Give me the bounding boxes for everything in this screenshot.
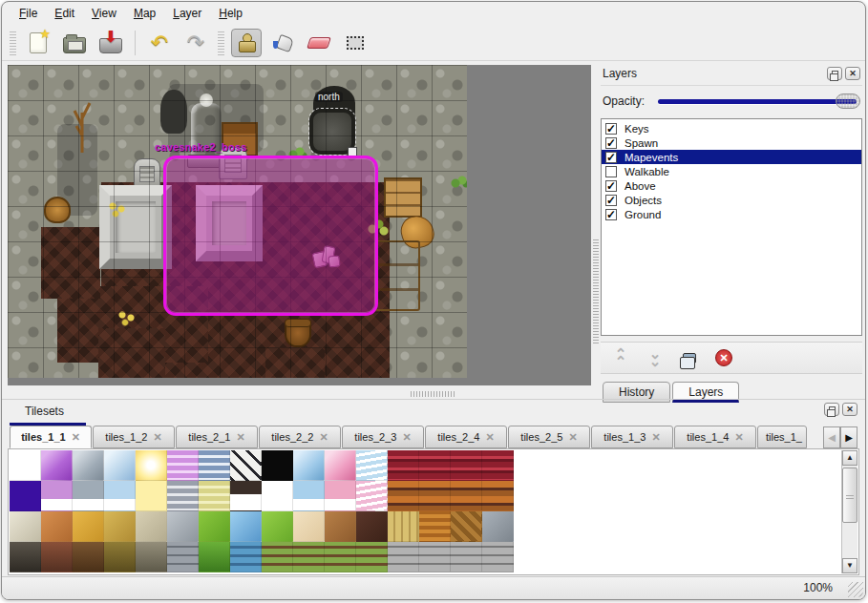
palette-tile[interactable] xyxy=(167,542,199,572)
palette-tile[interactable] xyxy=(451,450,482,481)
undo-button[interactable]: ↶ xyxy=(144,29,175,57)
panel-close-button[interactable]: ✕ xyxy=(842,403,857,416)
tab-close-icon[interactable]: ✕ xyxy=(734,431,743,444)
palette-tile[interactable] xyxy=(419,511,451,542)
tab-close-icon[interactable]: ✕ xyxy=(402,431,411,444)
menu-item[interactable]: Map xyxy=(126,4,163,23)
palette-scrollbar[interactable]: ▲ ▼ xyxy=(841,450,857,573)
palette-tile[interactable] xyxy=(104,450,136,481)
tileset-tab[interactable]: tiles_2_1 ✕ xyxy=(176,426,258,448)
palette-tile[interactable] xyxy=(388,481,419,511)
layer-row[interactable]: Keys xyxy=(602,121,861,135)
layer-visibility-checkbox[interactable] xyxy=(605,152,617,163)
palette-tile[interactable] xyxy=(10,542,41,572)
palette-tile[interactable] xyxy=(73,481,104,511)
tab-close-icon[interactable]: ✕ xyxy=(72,431,80,444)
cave-entrance-sprite[interactable] xyxy=(309,109,355,155)
palette-tile[interactable] xyxy=(104,511,136,542)
palette-tile[interactable] xyxy=(262,481,293,511)
open-file-button[interactable] xyxy=(59,29,90,57)
toolbar-grip[interactable] xyxy=(218,31,224,55)
palette-tile[interactable] xyxy=(104,481,136,511)
layer-row[interactable]: Mapevents xyxy=(602,150,861,164)
tileset-tab[interactable]: tiles_1_1 ✕ xyxy=(10,426,92,448)
map-viewport[interactable]: north cavesnake2_boss xyxy=(8,65,591,385)
tab-close-icon[interactable]: ✕ xyxy=(485,431,494,444)
menu-item[interactable]: File xyxy=(11,4,45,23)
move-layer-down-button[interactable]: ⌄⌄ xyxy=(645,347,666,368)
menu-item[interactable]: Edit xyxy=(47,4,82,23)
scroll-tabs-right-button[interactable]: ▶ xyxy=(840,426,857,448)
palette-tile[interactable] xyxy=(199,511,230,542)
layer-row[interactable]: Spawn xyxy=(602,135,861,150)
layer-row[interactable]: Ground xyxy=(602,207,861,221)
palette-tile[interactable] xyxy=(10,450,41,481)
palette-tile[interactable] xyxy=(293,450,325,481)
layer-visibility-checkbox[interactable] xyxy=(605,137,617,149)
tileset-tab[interactable]: tiles_2_2 ✕ xyxy=(259,426,341,448)
layer-row[interactable]: Objects xyxy=(602,193,861,207)
menu-item[interactable]: Help xyxy=(211,4,250,23)
palette-tile[interactable] xyxy=(136,511,167,542)
palette-tile[interactable] xyxy=(419,481,451,511)
palette-tile[interactable] xyxy=(325,450,356,481)
palette-tile[interactable] xyxy=(199,481,230,511)
palette-tile[interactable] xyxy=(41,542,73,572)
eraser-tool-button[interactable] xyxy=(304,29,334,57)
palette-tile[interactable] xyxy=(262,450,293,481)
palette-tile[interactable] xyxy=(451,542,482,572)
panel-close-button[interactable]: ✕ xyxy=(845,67,860,80)
palette-tile[interactable] xyxy=(199,450,230,481)
palette-tile[interactable] xyxy=(356,481,388,511)
palette-tile[interactable] xyxy=(230,511,262,542)
tab-close-icon[interactable]: ✕ xyxy=(568,431,577,444)
palette-tile[interactable] xyxy=(388,511,419,542)
layer-visibility-checkbox[interactable] xyxy=(605,123,617,135)
palette-tile[interactable] xyxy=(41,481,73,511)
tileset-tab[interactable]: tiles_2_5 ✕ xyxy=(508,426,590,448)
tileset-tab[interactable]: tiles_1_4 ✕ xyxy=(674,426,756,448)
opacity-slider-track[interactable] xyxy=(658,99,857,104)
horizontal-splitter-handle[interactable] xyxy=(411,391,456,397)
palette-tile[interactable] xyxy=(451,481,482,511)
palette-tile[interactable] xyxy=(419,542,451,572)
palette-tile[interactable] xyxy=(293,511,325,542)
palette-tile[interactable] xyxy=(482,542,514,572)
palette-tile[interactable] xyxy=(482,511,514,542)
rect-select-tool-button[interactable] xyxy=(340,29,370,57)
scroll-tabs-left-button[interactable]: ◀ xyxy=(823,426,840,448)
palette-tile[interactable] xyxy=(73,450,104,481)
window-resize-grip[interactable] xyxy=(848,582,863,597)
palette-tile[interactable] xyxy=(325,511,356,542)
scrollbar-down-button[interactable]: ▼ xyxy=(842,558,857,573)
palette-tile[interactable] xyxy=(262,542,293,572)
panel-float-button[interactable] xyxy=(827,67,842,80)
palette-tile[interactable] xyxy=(293,542,325,572)
tab-close-icon[interactable]: ✕ xyxy=(236,431,244,444)
redo-button[interactable]: ↷ xyxy=(180,29,211,57)
scrollbar-thumb[interactable] xyxy=(842,468,857,523)
new-file-button[interactable] xyxy=(23,29,53,57)
palette-tile[interactable] xyxy=(73,511,104,542)
layer-visibility-checkbox[interactable] xyxy=(605,195,617,206)
palette-tile[interactable] xyxy=(356,511,388,542)
palette-tile[interactable] xyxy=(199,542,230,572)
save-button[interactable] xyxy=(95,29,126,57)
opacity-slider-handle[interactable] xyxy=(836,94,860,109)
delete-layer-button[interactable]: ✕ xyxy=(713,347,734,368)
layer-visibility-checkbox[interactable] xyxy=(605,180,617,192)
palette-tile[interactable] xyxy=(325,542,356,572)
palette-tile[interactable] xyxy=(325,481,356,511)
palette-tile[interactable] xyxy=(104,542,136,572)
fill-tool-button[interactable] xyxy=(267,29,298,57)
layer-visibility-checkbox[interactable] xyxy=(605,209,617,220)
move-layer-up-button[interactable]: ⌃⌃ xyxy=(610,347,631,368)
palette-tile[interactable] xyxy=(482,450,514,481)
tab-close-icon[interactable]: ✕ xyxy=(153,431,161,444)
palette-tile[interactable] xyxy=(262,511,293,542)
duplicate-layer-button[interactable] xyxy=(679,347,700,368)
palette-tile[interactable] xyxy=(167,481,199,511)
tileset-tab[interactable]: tiles_1_ ✕ xyxy=(757,426,807,448)
tileset-tab[interactable]: tiles_1_3 ✕ xyxy=(591,426,673,448)
palette-tile[interactable] xyxy=(356,450,388,481)
